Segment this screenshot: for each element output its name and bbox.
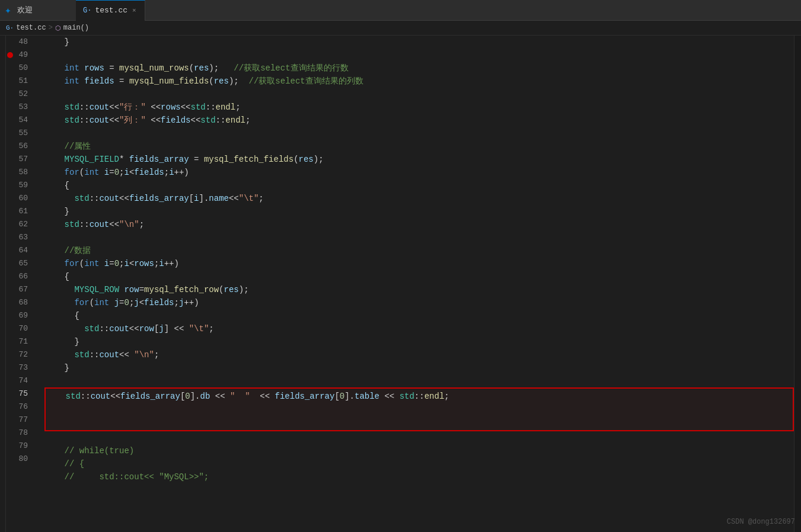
code-line-74 <box>44 374 794 387</box>
code-line-60: std::cout<<fields_array[i].name<<"\t"; <box>44 192 794 205</box>
line-num-61: 61 <box>6 205 34 218</box>
line-num-63: 63 <box>6 231 34 244</box>
line-num-68: 68 <box>6 296 34 309</box>
code-line-64: //数据 <box>44 244 794 257</box>
code-area[interactable]: } int rows = mysql_num_rows(res); //获取se… <box>39 36 794 532</box>
code-line-80: // std::cout<< "MySQL>>"; <box>44 470 794 483</box>
line-num-51: 51 <box>6 75 34 88</box>
line-num-60: 60 <box>6 192 34 205</box>
breadcrumb-scope-icon: ⬡ <box>55 24 61 32</box>
code-line-75c <box>46 416 793 429</box>
line-num-52: 52 <box>6 88 34 101</box>
line-num-57: 57 <box>6 153 34 166</box>
code-line-78: // while(true) <box>44 444 794 457</box>
watermark: CSDN @dong132697 <box>727 518 795 526</box>
code-line-77 <box>44 431 794 444</box>
line-num-59: 59 <box>6 179 34 192</box>
line-numbers: 48 49 50 51 52 53 54 55 56 57 58 59 60 6… <box>6 36 39 532</box>
breadcrumb-sep: > <box>49 24 53 32</box>
line-num-66: 66 <box>6 270 34 283</box>
code-line-58: for(int i=0;i<fields;i++) <box>44 166 794 179</box>
line-num-65: 65 <box>6 257 34 270</box>
line-num-71: 71 <box>6 335 34 348</box>
editor: 48 49 50 51 52 53 54 55 56 57 58 59 60 6… <box>0 36 801 532</box>
tab-bar: G· test.cc × <box>76 0 796 21</box>
line-num-80: 80 <box>6 453 34 466</box>
code-line-65: for(int i=0;i<rows;i++) <box>44 257 794 270</box>
code-line-52 <box>44 88 794 101</box>
line-num-48: 48 <box>6 36 34 49</box>
breakpoint-49 <box>7 52 13 58</box>
code-line-62: std::cout<<"\n"; <box>44 218 794 231</box>
breadcrumb-file-icon: G· <box>6 24 14 31</box>
code-line-51: int fields = mysql_num_fields(res); //获取… <box>44 75 794 88</box>
code-line-53: std::cout<<"行：" <<rows<<std::endl; <box>44 101 794 114</box>
code-line-75: std::cout<<fields_array[0].db << " " << … <box>46 390 793 403</box>
line-num-50: 50 <box>6 62 34 75</box>
line-num-54: 54 <box>6 114 34 127</box>
line-num-75: 75 <box>6 387 34 400</box>
tab-testcc[interactable]: G· test.cc × <box>76 0 145 21</box>
line-num-58: 58 <box>6 166 34 179</box>
vscode-icon: ✦ <box>5 4 11 17</box>
breadcrumb: G· test.cc > ⬡ main() <box>0 21 801 36</box>
code-line-69: { <box>44 309 794 322</box>
tab-close-button[interactable]: × <box>131 6 138 15</box>
code-line-49 <box>44 49 794 62</box>
tab-name: test.cc <box>95 6 127 15</box>
highlight-box: std::cout<<fields_array[0].db << " " << … <box>44 387 794 431</box>
code-line-54: std::cout<<"列：" <<fields<<std::endl; <box>44 114 794 127</box>
line-num-56: 56 <box>6 140 34 153</box>
breadcrumb-file[interactable]: test.cc <box>16 24 46 32</box>
line-num-73: 73 <box>6 361 34 374</box>
line-num-49: 49 <box>6 49 34 62</box>
line-num-77: 77 <box>6 414 34 427</box>
minimap <box>794 36 801 532</box>
line-num-72: 72 <box>6 348 34 361</box>
code-line-59: { <box>44 179 794 192</box>
code-line-79: // { <box>44 457 794 470</box>
line-num-62: 62 <box>6 218 34 231</box>
line-num-78: 78 <box>6 427 34 440</box>
line-num-53: 53 <box>6 101 34 114</box>
code-line-63 <box>44 231 794 244</box>
code-line-56: //属性 <box>44 140 794 153</box>
top-bar: ✦ 欢迎 G· test.cc × <box>0 0 801 21</box>
code-line-67: MYSQL_ROW row=mysql_fetch_row(res); <box>44 283 794 296</box>
code-line-61: } <box>44 205 794 218</box>
line-num-76: 76 <box>6 400 34 414</box>
line-num-55: 55 <box>6 127 34 140</box>
code-line-68: for(int j=0;j<fields;j++) <box>44 296 794 309</box>
code-line-48: } <box>44 36 794 49</box>
line-num-67: 67 <box>6 283 34 296</box>
line-num-74: 74 <box>6 374 34 387</box>
line-num-64: 64 <box>6 244 34 257</box>
line-num-79: 79 <box>6 440 34 453</box>
code-line-66: { <box>44 270 794 283</box>
line-num-70: 70 <box>6 322 34 335</box>
breadcrumb-scope[interactable]: main() <box>63 24 89 32</box>
code-line-72: std::cout<< "\n"; <box>44 348 794 361</box>
welcome-label[interactable]: 欢迎 <box>17 5 33 15</box>
sidebar-left <box>0 36 6 532</box>
code-line-71: } <box>44 335 794 348</box>
code-line-50: int rows = mysql_num_rows(res); //获取sele… <box>44 62 794 75</box>
line-num-69: 69 <box>6 309 34 322</box>
code-line-57: MYSQL_FIELD* fields_array = mysql_fetch_… <box>44 153 794 166</box>
code-line-70: std::cout<<row[j] << "\t"; <box>44 322 794 335</box>
tab-file-icon: G· <box>83 7 91 15</box>
code-line-73: } <box>44 361 794 374</box>
code-line-75b <box>46 403 793 416</box>
top-bar-left: ✦ 欢迎 <box>5 4 76 17</box>
code-line-55 <box>44 127 794 140</box>
